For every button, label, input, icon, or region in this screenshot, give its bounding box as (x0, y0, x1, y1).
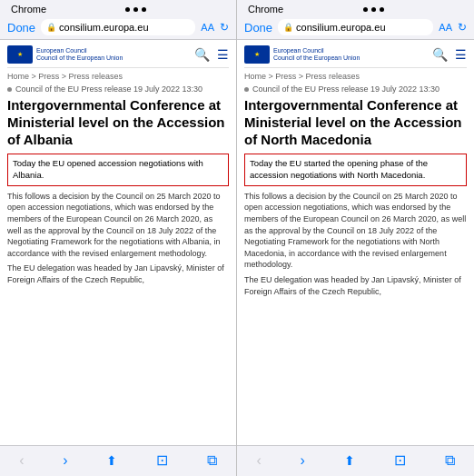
phone-left: Chrome Done 🔒 consilium.europa.eu AA ↻ ★… (0, 0, 237, 476)
aa-button-left[interactable]: AA (201, 22, 214, 33)
meta-dot-right (244, 87, 249, 92)
eu-header-icons-left: 🔍 ☰ (194, 47, 229, 62)
bookmarks-icon-left[interactable]: ⊡ (156, 451, 168, 469)
meta-dot-left (7, 87, 12, 92)
menu-icon-left[interactable]: ☰ (217, 47, 229, 62)
tabs-icon-right[interactable]: ⧉ (445, 452, 455, 469)
done-button-left[interactable]: Done (7, 21, 35, 35)
meta-text-left: Council of the EU Press release 19 July … (15, 84, 202, 94)
press-meta-left: Council of the EU Press release 19 July … (7, 84, 229, 94)
status-dots-right (363, 7, 384, 12)
forward-icon-left[interactable]: › (63, 452, 67, 469)
highlight-box-right: Today the EU started the opening phase o… (244, 154, 467, 186)
bookmarks-icon-right[interactable]: ⊡ (394, 451, 406, 469)
forward-icon-right[interactable]: › (301, 452, 305, 469)
page-content-left: ★ European Council Council of the Europe… (0, 40, 236, 445)
browser-bar-right: Done 🔒 consilium.europa.eu AA ↻ (237, 16, 474, 40)
eu-logo-area-left: ★ European Council Council of the Europe… (7, 45, 123, 64)
bottom-nav-right: ‹ › ⬆ ⊡ ⧉ (237, 445, 474, 476)
eu-logo-area-right: ★ European Council Council of the Europe… (244, 45, 360, 64)
back-icon-right[interactable]: ‹ (256, 452, 261, 469)
menu-icon-right[interactable]: ☰ (455, 47, 467, 62)
refresh-icon-left[interactable]: ↻ (220, 21, 229, 34)
search-icon-right[interactable]: 🔍 (432, 47, 448, 62)
browser-bar-left: Done 🔒 consilium.europa.eu AA ↻ (0, 16, 236, 40)
lock-icon-left: 🔒 (46, 23, 56, 32)
meta-text-right: Council of the EU Press release 19 July … (252, 84, 439, 94)
status-bar-left: Chrome (0, 0, 236, 16)
url-text-right: consilium.europa.eu (296, 22, 385, 33)
eu-flag-left: ★ (7, 45, 33, 64)
breadcrumb-left: Home > Press > Press releases (7, 72, 229, 81)
eu-header-icons-right: 🔍 ☰ (432, 47, 467, 62)
press-meta-right: Council of the EU Press release 19 July … (244, 84, 467, 94)
back-icon-left[interactable]: ‹ (19, 452, 24, 469)
done-button-right[interactable]: Done (244, 21, 272, 35)
status-bar-right: Chrome (237, 0, 474, 16)
press-title-right: Intergovernmental Conference at Minister… (244, 97, 467, 148)
phone-right: Chrome Done 🔒 consilium.europa.eu AA ↻ ★… (237, 0, 474, 476)
refresh-icon-right[interactable]: ↻ (458, 21, 467, 34)
lock-icon-right: 🔒 (283, 23, 293, 32)
url-text-left: consilium.europa.eu (59, 22, 148, 33)
eu-logo-text-left: European Council Council of the European… (36, 47, 123, 63)
highlight-box-left: Today the EU opened accession negotiatio… (7, 154, 229, 186)
tabs-icon-left[interactable]: ⧉ (207, 452, 217, 469)
eu-logo-text-right: European Council Council of the European… (273, 47, 360, 63)
search-icon-left[interactable]: 🔍 (194, 47, 210, 62)
url-bar-left[interactable]: 🔒 consilium.europa.eu (41, 19, 195, 35)
share-icon-right[interactable]: ⬆ (344, 453, 355, 468)
status-app-label-left: Chrome (11, 4, 46, 15)
press-title-left: Intergovernmental Conference at Minister… (7, 97, 229, 148)
bottom-nav-left: ‹ › ⬆ ⊡ ⧉ (0, 445, 236, 476)
body-text-right: This follows a decision by the Council o… (244, 191, 467, 271)
share-icon-left[interactable]: ⬆ (106, 453, 117, 468)
eu-flag-right: ★ (244, 45, 270, 64)
url-bar-right[interactable]: 🔒 consilium.europa.eu (278, 19, 433, 35)
body-text2-right: The EU delegation was headed by Jan Lipa… (244, 274, 467, 297)
status-dots-left (125, 7, 146, 12)
eu-header-left: ★ European Council Council of the Europe… (7, 45, 229, 68)
breadcrumb-right: Home > Press > Press releases (244, 72, 467, 81)
aa-button-right[interactable]: AA (439, 22, 452, 33)
page-content-right: ★ European Council Council of the Europe… (237, 40, 474, 445)
body-text2-left: The EU delegation was headed by Jan Lipa… (7, 263, 229, 285)
status-app-label-right: Chrome (248, 4, 283, 15)
eu-header-right: ★ European Council Council of the Europe… (244, 45, 467, 68)
body-text-left: This follows a decision by the Council o… (7, 191, 229, 260)
